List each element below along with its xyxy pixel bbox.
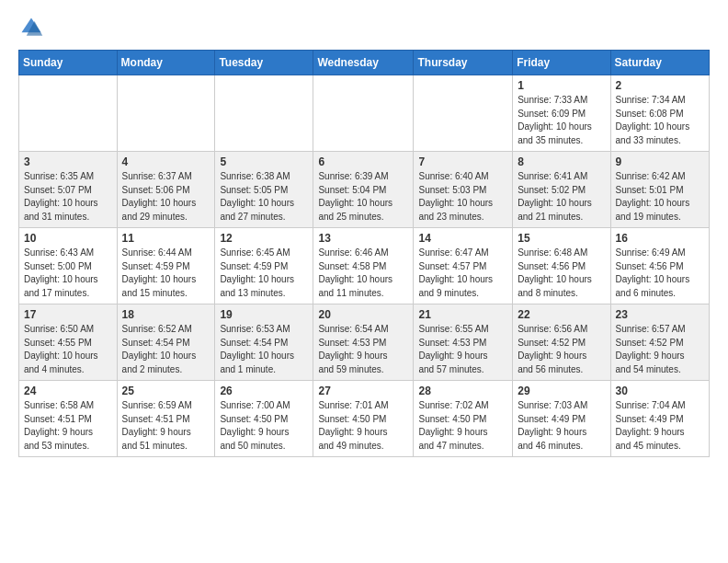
calendar-cell: 14Sunrise: 6:47 AM Sunset: 4:57 PM Dayli…	[414, 228, 513, 304]
calendar-cell: 13Sunrise: 6:46 AM Sunset: 4:58 PM Dayli…	[313, 228, 414, 304]
calendar-cell: 27Sunrise: 7:01 AM Sunset: 4:50 PM Dayli…	[313, 381, 414, 457]
day-number: 29	[518, 385, 605, 397]
day-number: 13	[318, 232, 408, 245]
header	[18, 15, 710, 40]
day-number: 4	[122, 155, 210, 168]
calendar-week-4: 17Sunrise: 6:50 AM Sunset: 4:55 PM Dayli…	[19, 304, 710, 381]
calendar-cell: 9Sunrise: 6:42 AM Sunset: 5:01 PM Daylig…	[610, 152, 709, 228]
calendar-cell: 12Sunrise: 6:45 AM Sunset: 4:59 PM Dayli…	[215, 228, 313, 304]
day-info: Sunrise: 6:55 AM Sunset: 4:53 PM Dayligh…	[418, 323, 507, 376]
day-info: Sunrise: 6:40 AM Sunset: 5:03 PM Dayligh…	[418, 170, 507, 224]
day-info: Sunrise: 6:44 AM Sunset: 4:59 PM Dayligh…	[122, 247, 210, 300]
calendar-header-friday: Friday	[513, 51, 610, 75]
day-number: 2	[616, 79, 704, 92]
day-info: Sunrise: 7:00 AM Sunset: 4:50 PM Dayligh…	[220, 399, 308, 453]
calendar-cell: 28Sunrise: 7:02 AM Sunset: 4:50 PM Dayli…	[414, 381, 513, 457]
calendar-cell: 10Sunrise: 6:43 AM Sunset: 5:00 PM Dayli…	[19, 228, 118, 304]
day-number: 12	[220, 232, 308, 245]
calendar-header-monday: Monday	[117, 51, 215, 75]
day-number: 19	[220, 308, 308, 321]
logo	[18, 15, 48, 40]
day-number: 18	[122, 308, 210, 321]
calendar-table: SundayMondayTuesdayWednesdayThursdayFrid…	[18, 50, 710, 457]
day-info: Sunrise: 6:48 AM Sunset: 4:56 PM Dayligh…	[518, 247, 605, 300]
day-info: Sunrise: 6:56 AM Sunset: 4:52 PM Dayligh…	[518, 323, 605, 376]
day-number: 9	[616, 155, 704, 168]
calendar-cell: 5Sunrise: 6:38 AM Sunset: 5:05 PM Daylig…	[215, 152, 313, 228]
day-number: 28	[418, 385, 507, 397]
calendar-cell: 24Sunrise: 6:58 AM Sunset: 4:51 PM Dayli…	[19, 381, 118, 457]
day-number: 5	[220, 155, 308, 168]
day-info: Sunrise: 6:47 AM Sunset: 4:57 PM Dayligh…	[418, 247, 507, 300]
day-number: 8	[518, 155, 605, 168]
day-info: Sunrise: 7:01 AM Sunset: 4:50 PM Dayligh…	[318, 399, 408, 453]
day-info: Sunrise: 7:33 AM Sunset: 6:09 PM Dayligh…	[518, 94, 605, 147]
calendar-header-sunday: Sunday	[19, 51, 118, 75]
calendar-cell: 15Sunrise: 6:48 AM Sunset: 4:56 PM Dayli…	[513, 228, 610, 304]
calendar-cell: 1Sunrise: 7:33 AM Sunset: 6:09 PM Daylig…	[513, 75, 610, 152]
day-number: 23	[616, 308, 704, 321]
day-info: Sunrise: 6:43 AM Sunset: 5:00 PM Dayligh…	[24, 247, 112, 300]
day-number: 16	[616, 232, 704, 245]
calendar-cell	[117, 75, 215, 152]
calendar-cell: 16Sunrise: 6:49 AM Sunset: 4:56 PM Dayli…	[610, 228, 709, 304]
calendar-cell: 11Sunrise: 6:44 AM Sunset: 4:59 PM Dayli…	[117, 228, 215, 304]
day-info: Sunrise: 6:49 AM Sunset: 4:56 PM Dayligh…	[616, 247, 704, 300]
calendar-week-1: 1Sunrise: 7:33 AM Sunset: 6:09 PM Daylig…	[19, 75, 710, 152]
calendar-cell: 7Sunrise: 6:40 AM Sunset: 5:03 PM Daylig…	[414, 152, 513, 228]
day-number: 24	[24, 385, 112, 397]
calendar-cell: 25Sunrise: 6:59 AM Sunset: 4:51 PM Dayli…	[117, 381, 215, 457]
day-info: Sunrise: 7:04 AM Sunset: 4:49 PM Dayligh…	[616, 399, 704, 453]
day-number: 25	[122, 385, 210, 397]
calendar-cell: 23Sunrise: 6:57 AM Sunset: 4:52 PM Dayli…	[610, 304, 709, 381]
calendar-header-wednesday: Wednesday	[313, 51, 414, 75]
calendar-cell: 4Sunrise: 6:37 AM Sunset: 5:06 PM Daylig…	[117, 152, 215, 228]
calendar-cell: 21Sunrise: 6:55 AM Sunset: 4:53 PM Dayli…	[414, 304, 513, 381]
calendar-page: SundayMondayTuesdayWednesdayThursdayFrid…	[0, 0, 728, 476]
calendar-header-tuesday: Tuesday	[215, 51, 313, 75]
day-number: 30	[616, 385, 704, 397]
calendar-cell: 6Sunrise: 6:39 AM Sunset: 5:04 PM Daylig…	[313, 152, 414, 228]
day-info: Sunrise: 6:35 AM Sunset: 5:07 PM Dayligh…	[24, 170, 112, 224]
calendar-cell: 3Sunrise: 6:35 AM Sunset: 5:07 PM Daylig…	[19, 152, 118, 228]
day-number: 27	[318, 385, 408, 397]
calendar-header-row: SundayMondayTuesdayWednesdayThursdayFrid…	[19, 51, 710, 75]
calendar-cell: 17Sunrise: 6:50 AM Sunset: 4:55 PM Dayli…	[19, 304, 118, 381]
day-info: Sunrise: 6:41 AM Sunset: 5:02 PM Dayligh…	[518, 170, 605, 224]
calendar-cell: 8Sunrise: 6:41 AM Sunset: 5:02 PM Daylig…	[513, 152, 610, 228]
day-info: Sunrise: 6:53 AM Sunset: 4:54 PM Dayligh…	[220, 323, 308, 376]
calendar-cell: 19Sunrise: 6:53 AM Sunset: 4:54 PM Dayli…	[215, 304, 313, 381]
calendar-cell	[414, 75, 513, 152]
day-number: 15	[518, 232, 605, 245]
day-info: Sunrise: 6:50 AM Sunset: 4:55 PM Dayligh…	[24, 323, 112, 376]
calendar-cell	[19, 75, 118, 152]
calendar-cell: 26Sunrise: 7:00 AM Sunset: 4:50 PM Dayli…	[215, 381, 313, 457]
calendar-cell: 2Sunrise: 7:34 AM Sunset: 6:08 PM Daylig…	[610, 75, 709, 152]
day-number: 17	[24, 308, 112, 321]
day-info: Sunrise: 6:46 AM Sunset: 4:58 PM Dayligh…	[318, 247, 408, 300]
day-info: Sunrise: 7:02 AM Sunset: 4:50 PM Dayligh…	[418, 399, 507, 453]
day-info: Sunrise: 6:58 AM Sunset: 4:51 PM Dayligh…	[24, 399, 112, 453]
day-info: Sunrise: 6:57 AM Sunset: 4:52 PM Dayligh…	[616, 323, 704, 376]
calendar-header-saturday: Saturday	[610, 51, 709, 75]
day-number: 22	[518, 308, 605, 321]
day-info: Sunrise: 6:37 AM Sunset: 5:06 PM Dayligh…	[122, 170, 210, 224]
logo-icon	[18, 15, 44, 40]
day-info: Sunrise: 6:59 AM Sunset: 4:51 PM Dayligh…	[122, 399, 210, 453]
calendar-cell: 29Sunrise: 7:03 AM Sunset: 4:49 PM Dayli…	[513, 381, 610, 457]
day-info: Sunrise: 6:52 AM Sunset: 4:54 PM Dayligh…	[122, 323, 210, 376]
day-info: Sunrise: 6:54 AM Sunset: 4:53 PM Dayligh…	[318, 323, 408, 376]
day-number: 6	[318, 155, 408, 168]
calendar-week-5: 24Sunrise: 6:58 AM Sunset: 4:51 PM Dayli…	[19, 381, 710, 457]
day-number: 26	[220, 385, 308, 397]
day-info: Sunrise: 7:03 AM Sunset: 4:49 PM Dayligh…	[518, 399, 605, 453]
day-info: Sunrise: 6:38 AM Sunset: 5:05 PM Dayligh…	[220, 170, 308, 224]
day-number: 7	[418, 155, 507, 168]
calendar-cell	[313, 75, 414, 152]
calendar-header-thursday: Thursday	[414, 51, 513, 75]
calendar-cell	[215, 75, 313, 152]
calendar-cell: 18Sunrise: 6:52 AM Sunset: 4:54 PM Dayli…	[117, 304, 215, 381]
calendar-cell: 22Sunrise: 6:56 AM Sunset: 4:52 PM Dayli…	[513, 304, 610, 381]
day-number: 14	[418, 232, 507, 245]
day-info: Sunrise: 6:39 AM Sunset: 5:04 PM Dayligh…	[318, 170, 408, 224]
